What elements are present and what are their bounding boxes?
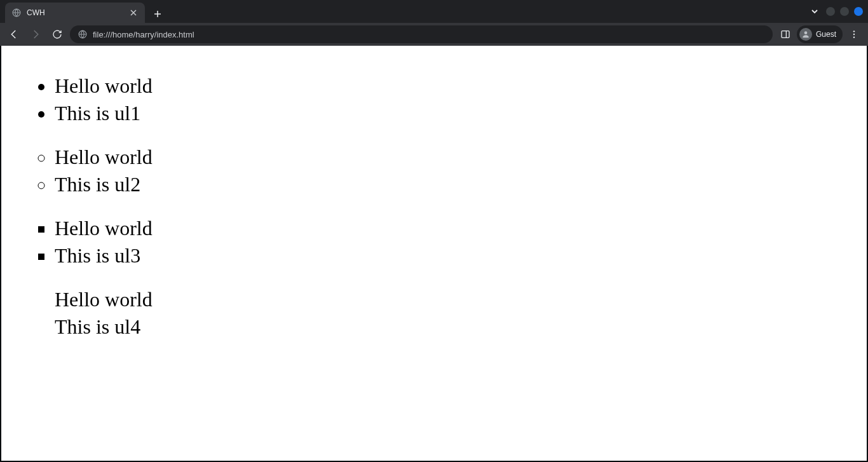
address-bar[interactable]: file:///home/harry/index.html [70,25,773,43]
new-tab-button[interactable] [149,5,166,23]
toolbar: file:///home/harry/index.html Guest [0,23,868,46]
toolbar-right: Guest [776,25,863,43]
avatar-icon [799,28,812,41]
back-button[interactable] [5,25,23,43]
svg-point-5 [853,34,855,35]
ul1: Hello world This is ul1 [42,72,851,127]
svg-rect-2 [782,31,789,38]
ul2: Hello world This is ul2 [42,144,851,198]
profile-button[interactable]: Guest [797,25,843,43]
ul3: Hello world This is ul3 [42,215,851,269]
svg-point-3 [804,31,808,34]
reload-button[interactable] [48,25,66,43]
list-item: This is ul4 [55,313,851,341]
tab-search-icon[interactable] [808,8,821,15]
profile-label: Guest [816,30,836,39]
window-controls [808,0,868,23]
list-item: This is ul2 [55,171,851,198]
url-text: file:///home/harry/index.html [93,30,765,39]
page-viewport: Hello world This is ul1 Hello world This… [0,46,868,462]
close-tab-icon[interactable] [128,8,139,18]
minimize-window-icon[interactable] [826,7,835,16]
list-item: Hello world [55,72,851,100]
tab-strip: CWH [0,0,868,23]
forward-button[interactable] [27,25,44,43]
tab-title: CWH [27,8,123,17]
list-item: Hello world [55,286,851,313]
maximize-window-icon[interactable] [840,7,849,16]
browser-window: CWH fi [0,0,868,462]
svg-point-6 [853,36,855,37]
list-item: Hello world [55,144,851,171]
list-item: Hello world [55,215,851,242]
list-item: This is ul3 [55,242,851,269]
side-panel-icon[interactable] [776,25,794,43]
close-window-icon[interactable] [854,7,863,16]
menu-icon[interactable] [845,25,863,43]
list-item: This is ul1 [55,100,851,127]
svg-point-4 [853,31,855,32]
globe-icon [11,8,22,18]
ul4: Hello world This is ul4 [42,286,851,341]
tab-active[interactable]: CWH [5,3,145,23]
site-info-icon[interactable] [78,29,88,39]
